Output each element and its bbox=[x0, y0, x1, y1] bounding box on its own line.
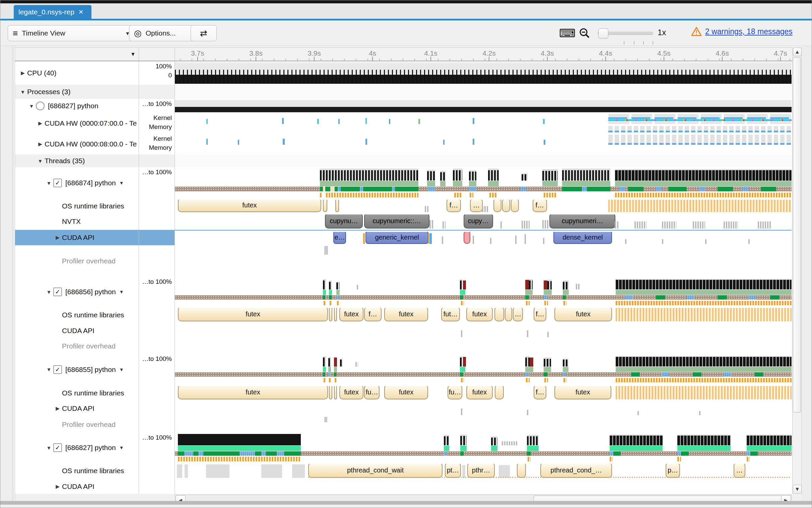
bar-fut[interactable]: fut… bbox=[441, 308, 460, 321]
view-selector-dropdown[interactable]: ≡ Timeline View ▼ bbox=[8, 25, 135, 41]
expander-closed-icon[interactable]: ▶ bbox=[53, 406, 62, 412]
bar-dense_kernel[interactable]: dense_kernel bbox=[553, 232, 612, 244]
scale-timeline-divider[interactable] bbox=[175, 47, 175, 494]
zoom-out-icon[interactable] bbox=[579, 27, 591, 41]
timeline-row-nvtx874[interactable]: cupynu…cupynumeric::…cupy…cupynumeri… bbox=[175, 213, 792, 230]
bar-futex[interactable]: futex bbox=[178, 308, 328, 321]
tree-row-p827[interactable]: ▼[686827] python bbox=[15, 99, 151, 113]
futex-span[interactable] bbox=[495, 386, 503, 399]
tree-row-threads[interactable]: ▼Threads (35) bbox=[15, 155, 160, 168]
tree-row-hw07[interactable]: ▶CUDA HW (0000:07:00.0 - Te bbox=[15, 113, 160, 134]
chevron-down-icon[interactable]: ▼ bbox=[119, 180, 124, 186]
bar-generic_kernel[interactable]: generic_kernel bbox=[365, 232, 428, 244]
futex-span[interactable] bbox=[505, 308, 512, 321]
expander-open-icon[interactable]: ▼ bbox=[45, 180, 53, 186]
bar-pthr[interactable]: pthr… bbox=[467, 464, 495, 478]
expander-open-icon[interactable]: ▼ bbox=[36, 158, 45, 164]
thread-checkbox[interactable]: ✓ bbox=[53, 288, 62, 296]
bar-futex[interactable]: futex bbox=[554, 308, 612, 321]
timeline-row-os874[interactable]: futexf……f… bbox=[175, 199, 792, 213]
futex-span[interactable] bbox=[511, 200, 519, 212]
bar-[interactable]: … bbox=[470, 200, 483, 212]
bar-futex[interactable]: futex bbox=[339, 386, 363, 399]
timeline-row-os856[interactable]: futexfutexf…futexfut…futex…f…futex bbox=[175, 307, 792, 323]
timeline-row-t874[interactable] bbox=[175, 167, 792, 199]
chevron-down-icon[interactable]: ▼ bbox=[119, 445, 124, 450]
warnings-messages-link[interactable]: 2 warnings, 18 messages bbox=[705, 27, 793, 36]
timeline-row-cuda856[interactable] bbox=[175, 323, 792, 339]
scroll-up-icon[interactable]: ▲ bbox=[793, 48, 802, 56]
expander-open-icon[interactable]: ▼ bbox=[18, 89, 27, 95]
expander-open-icon[interactable]: ▼ bbox=[27, 103, 36, 109]
timeline-row-threads[interactable] bbox=[175, 155, 792, 168]
timeline-row-cpu[interactable] bbox=[175, 61, 792, 85]
expander-closed-icon[interactable]: ▶ bbox=[53, 235, 62, 241]
timeline-row-cuda827[interactable] bbox=[175, 479, 792, 494]
bar-futex[interactable]: futex bbox=[339, 308, 363, 321]
tab-close-icon[interactable]: ✕ bbox=[78, 8, 83, 16]
tree-row-hw08[interactable]: ▶CUDA HW (0000:08:00.0 - Te bbox=[15, 134, 160, 155]
red-span[interactable] bbox=[464, 232, 470, 244]
timeline-row-t827b[interactable] bbox=[175, 433, 792, 463]
bar-fu[interactable]: fu… bbox=[364, 386, 379, 399]
timeline-row-os855[interactable]: futexfutexfu…futexfu…futexf…futex bbox=[175, 385, 792, 401]
bar-pt[interactable]: pt… bbox=[445, 464, 461, 478]
timeline-row-hw07[interactable] bbox=[175, 113, 792, 134]
futex-span[interactable] bbox=[493, 200, 501, 212]
tree-row-cpu[interactable]: ▶CPU (40) bbox=[15, 61, 142, 85]
timeline-row-p827[interactable] bbox=[175, 99, 792, 113]
bar-p[interactable]: p… bbox=[666, 464, 680, 478]
timeline-row-procs[interactable] bbox=[175, 85, 792, 99]
timeline-zoom-slider[interactable] bbox=[598, 29, 653, 45]
bar-[interactable]: … bbox=[513, 308, 523, 321]
futex-span[interactable] bbox=[502, 200, 510, 212]
vertical-scrollbar-thumb[interactable] bbox=[793, 57, 801, 413]
bar-futex[interactable]: futex bbox=[466, 308, 493, 321]
bar-cupynumeri[interactable]: cupynumeri… bbox=[549, 214, 615, 228]
bar-futex[interactable]: futex bbox=[384, 386, 428, 399]
timeline-row-prof874[interactable] bbox=[175, 245, 792, 277]
bar-futex[interactable]: futex bbox=[466, 386, 493, 399]
thread-checkbox[interactable]: ✓ bbox=[53, 365, 62, 374]
tab-legate-report[interactable]: legate_0.nsys-rep ✕ bbox=[14, 5, 91, 19]
bar-fu[interactable]: fu… bbox=[448, 386, 463, 399]
chevron-down-icon[interactable]: ▼ bbox=[119, 289, 124, 295]
expander-closed-icon[interactable]: ▶ bbox=[36, 141, 45, 147]
tree-scale-divider[interactable] bbox=[139, 47, 139, 494]
timeline-row-hw08[interactable] bbox=[175, 134, 792, 155]
bar-f[interactable]: f… bbox=[364, 308, 381, 321]
tree-row-procs[interactable]: ▼Processes (3) bbox=[15, 85, 142, 99]
bar-cupynumeric[interactable]: cupynumeric::… bbox=[364, 214, 430, 228]
bar-futex[interactable]: futex bbox=[178, 200, 321, 212]
expander-closed-icon[interactable]: ▶ bbox=[36, 120, 45, 126]
timeline-row-prof856[interactable] bbox=[175, 338, 792, 354]
bar-cupy[interactable]: cupy… bbox=[464, 214, 493, 228]
futex-span[interactable] bbox=[494, 308, 504, 321]
timeline-row-prof855[interactable] bbox=[175, 416, 792, 433]
bar-f[interactable]: f… bbox=[447, 200, 461, 212]
timeline-row-cuda855[interactable] bbox=[175, 401, 792, 417]
bar-f[interactable]: f… bbox=[533, 200, 547, 212]
expander-closed-icon[interactable]: ▶ bbox=[53, 483, 62, 490]
thread-checkbox[interactable]: ✓ bbox=[53, 179, 62, 187]
bar-e[interactable]: e… bbox=[333, 232, 346, 244]
options-button[interactable]: ◎ Options... bbox=[129, 25, 197, 41]
bar-f[interactable]: f… bbox=[534, 308, 546, 321]
bar-pthread_cond_[interactable]: pthread_cond_… bbox=[540, 464, 612, 478]
timeline-row-cuda874[interactable]: e…generic_kerneldense_kernel bbox=[175, 230, 792, 247]
timeline-row-t856[interactable] bbox=[175, 277, 792, 307]
bar-futex[interactable]: futex bbox=[384, 308, 428, 321]
expander-open-icon[interactable]: ▼ bbox=[45, 445, 53, 451]
bar-futex[interactable]: futex bbox=[554, 386, 611, 399]
timeline-row-t855[interactable] bbox=[175, 354, 792, 385]
expander-open-icon[interactable]: ▼ bbox=[45, 367, 53, 372]
futex-span[interactable] bbox=[517, 464, 526, 478]
bar-f[interactable]: f… bbox=[534, 386, 546, 399]
slider-handle[interactable] bbox=[598, 29, 608, 39]
chevron-down-icon[interactable]: ▼ bbox=[119, 367, 124, 372]
bar-[interactable]: … bbox=[734, 464, 745, 478]
thread-checkbox[interactable]: ✓ bbox=[53, 443, 62, 452]
timeline-row-os827[interactable]: pthread_cond_waitpt…pthr…pthread_cond_…p… bbox=[175, 463, 792, 479]
swap-button[interactable]: ⇄ bbox=[191, 25, 217, 41]
expander-closed-icon[interactable]: ▶ bbox=[18, 70, 27, 76]
